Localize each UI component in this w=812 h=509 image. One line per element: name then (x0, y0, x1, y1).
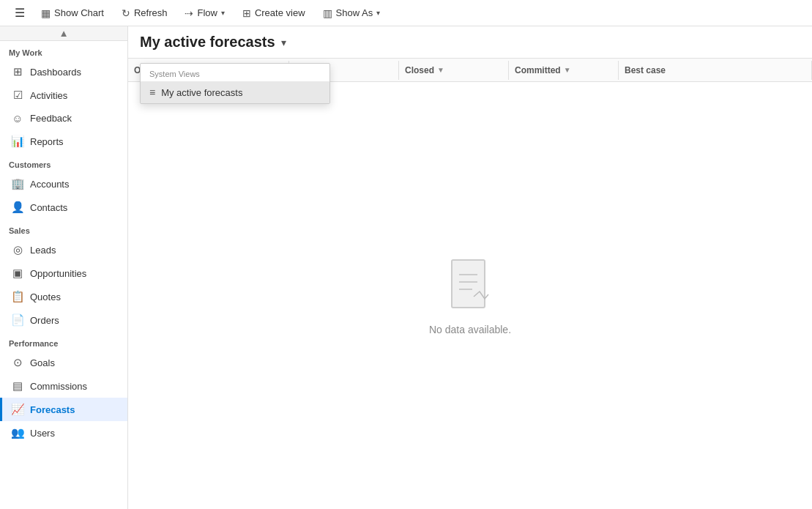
show-as-icon: ▥ (323, 7, 332, 19)
grid-col-closed: Closed ▼ (399, 61, 509, 80)
leads-icon: ◎ (11, 243, 24, 256)
sidebar-label-activities: Activities (30, 90, 67, 101)
goals-icon: ⊙ (11, 356, 24, 369)
sidebar-item-forecasts[interactable]: 📈 Forecasts (0, 398, 127, 421)
show-chart-button[interactable]: ▦ Show Chart (34, 4, 111, 22)
hamburger-menu[interactable]: ☰ (9, 3, 31, 23)
contacts-icon: 👤 (11, 201, 24, 214)
show-as-chevron-icon: ▾ (376, 9, 380, 17)
col-closed-label: Closed (405, 65, 434, 75)
sidebar-label-goals: Goals (30, 357, 55, 368)
committed-filter-icon[interactable]: ▼ (564, 66, 571, 74)
sidebar-item-orders[interactable]: 📄 Orders (0, 308, 127, 332)
sidebar-label-commissions: Commissions (30, 381, 87, 392)
sidebar-label-contacts: Contacts (30, 202, 67, 213)
closed-filter-icon[interactable]: ▼ (437, 66, 444, 74)
grid-col-bestcase: Best case (619, 61, 812, 80)
flow-icon: ⇢ (185, 7, 193, 19)
sidebar-label-feedback: Feedback (30, 113, 72, 124)
view-dropdown: System Views ≡ My active forecasts (140, 63, 330, 104)
dropdown-section-label: System Views (141, 64, 329, 81)
toolbar: ☰ ▦ Show Chart ↻ Refresh ⇢ Flow ▾ ⊞ Crea… (0, 0, 812, 26)
sidebar-section-sales: Sales (0, 219, 127, 238)
show-as-label: Show As (336, 7, 373, 18)
orders-icon: 📄 (11, 313, 24, 327)
content-area: My active forecasts ▾ System Views ≡ My … (128, 26, 812, 509)
flow-label: Flow (197, 7, 217, 18)
create-view-icon: ⊞ (242, 7, 251, 19)
sidebar-label-users: Users (30, 428, 55, 439)
sidebar-label-opportunities: Opportunities (30, 268, 86, 279)
forecasts-icon: 📈 (11, 403, 24, 416)
reports-icon: 📊 (11, 135, 24, 148)
dropdown-item-my-active-forecasts[interactable]: ≡ My active forecasts (141, 81, 329, 103)
col-bestcase-label: Best case (625, 65, 666, 75)
sidebar-item-feedback[interactable]: ☺ Feedback (0, 107, 127, 130)
sidebar-section-customers: Customers (0, 153, 127, 172)
sidebar-item-opportunities[interactable]: ▣ Opportunities (0, 261, 127, 285)
sidebar-item-activities[interactable]: ☑ Activities (0, 83, 127, 107)
sidebar-item-accounts[interactable]: 🏢 Accounts (0, 172, 127, 196)
activities-icon: ☑ (11, 89, 24, 102)
create-view-button[interactable]: ⊞ Create view (235, 4, 313, 22)
sidebar-item-dashboards[interactable]: ⊞ Dashboards (0, 60, 127, 83)
sidebar-item-commissions[interactable]: ▤ Commissions (0, 374, 127, 398)
refresh-label: Refresh (134, 7, 168, 18)
accounts-icon: 🏢 (11, 177, 24, 190)
show-chart-label: Show Chart (54, 7, 104, 18)
feedback-icon: ☺ (11, 112, 24, 125)
sidebar-item-users[interactable]: 👥 Users (0, 421, 127, 445)
sidebar-label-dashboards: Dashboards (30, 67, 81, 78)
sidebar-section-performance: Performance (0, 332, 127, 351)
sidebar-item-goals[interactable]: ⊙ Goals (0, 351, 127, 374)
flow-button[interactable]: ⇢ Flow ▾ (177, 4, 231, 22)
refresh-button[interactable]: ↻ Refresh (114, 4, 175, 22)
empty-state-message: No data available. (429, 324, 511, 335)
flow-chevron-icon: ▾ (221, 9, 225, 17)
dropdown-item-icon: ≡ (149, 86, 155, 98)
sidebar-label-accounts: Accounts (30, 179, 69, 190)
sidebar-item-leads[interactable]: ◎ Leads (0, 238, 127, 261)
sidebar: ▲ My Work ⊞ Dashboards ☑ Activities ☺ Fe… (0, 26, 128, 509)
show-chart-icon: ▦ (41, 7, 51, 19)
sidebar-item-reports[interactable]: 📊 Reports (0, 130, 127, 153)
quotes-icon: 📋 (11, 290, 24, 303)
sidebar-label-quotes: Quotes (30, 291, 61, 302)
sidebar-section-my-work: My Work (0, 41, 127, 60)
dashboards-icon: ⊞ (11, 65, 24, 78)
col-committed-label: Committed (515, 65, 561, 75)
page-header: My active forecasts ▾ System Views ≡ My … (128, 26, 812, 59)
empty-state: No data available. (128, 82, 812, 509)
hamburger-icon: ☰ (15, 6, 25, 20)
sidebar-item-contacts[interactable]: 👤 Contacts (0, 196, 127, 219)
page-title: My active forecasts (140, 34, 275, 51)
grid-col-committed: Committed ▼ (509, 61, 619, 80)
create-view-label: Create view (255, 7, 305, 18)
users-icon: 👥 (11, 426, 24, 439)
svg-rect-0 (452, 260, 485, 308)
sidebar-label-forecasts: Forecasts (30, 404, 75, 415)
sidebar-label-orders: Orders (30, 315, 59, 326)
sidebar-label-leads: Leads (30, 245, 56, 256)
opportunities-icon: ▣ (11, 267, 24, 280)
sidebar-label-reports: Reports (30, 136, 64, 147)
commissions-icon: ▤ (11, 379, 24, 393)
refresh-icon: ↻ (122, 7, 130, 19)
page-title-chevron-icon[interactable]: ▾ (281, 37, 286, 48)
show-as-button[interactable]: ▥ Show As ▾ (316, 4, 388, 22)
sidebar-item-quotes[interactable]: 📋 Quotes (0, 285, 127, 308)
main-layout: ▲ My Work ⊞ Dashboards ☑ Activities ☺ Fe… (0, 26, 812, 509)
empty-state-icon (444, 256, 496, 315)
sidebar-scroll-up[interactable]: ▲ (0, 26, 127, 41)
dropdown-item-label: My active forecasts (161, 87, 242, 98)
